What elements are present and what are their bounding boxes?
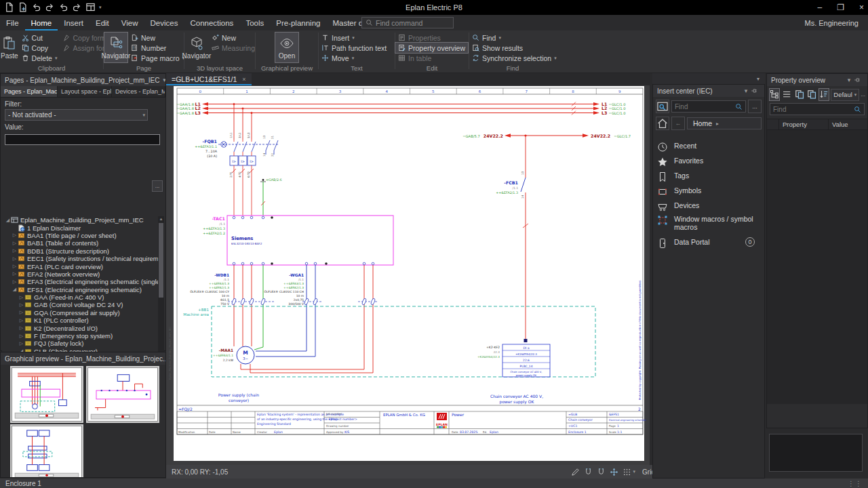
move-button[interactable]: Move▾ xyxy=(319,53,389,63)
document-tab[interactable]: =GLB+UC1&EFS1/1 × xyxy=(166,73,252,85)
tree-item[interactable]: ▷BAB1 (Table of contents) xyxy=(2,239,159,247)
tree-item[interactable]: ▷K2 (Decentralized I/O) xyxy=(2,324,159,331)
properties-button[interactable]: Properties xyxy=(395,33,468,43)
back-button[interactable]: ← xyxy=(671,117,685,130)
text-insert-button[interactable]: Insert▾ xyxy=(319,33,389,43)
expand-icon[interactable]: ▷ xyxy=(18,302,24,308)
copy-properties-icon[interactable] xyxy=(794,88,805,101)
property-grid-body[interactable] xyxy=(767,130,867,404)
tree-item[interactable]: ▷EFA2 (Network overview) xyxy=(2,270,159,278)
resize-grip-icon[interactable]: ⋮⋮ xyxy=(848,480,863,487)
undo-icon[interactable] xyxy=(31,2,41,12)
filter-more-button[interactable]: ... xyxy=(152,180,163,192)
tab-layout-space[interactable]: Layout space - Epl... xyxy=(58,86,112,97)
paste-properties-icon[interactable] xyxy=(806,88,817,101)
menu-tab-file[interactable]: File xyxy=(0,15,25,30)
measuring-button[interactable]: Measuring xyxy=(209,43,258,53)
cut-button[interactable]: Cut xyxy=(19,33,60,43)
tree-item[interactable]: ▷K1 (PLC controller) xyxy=(2,317,159,324)
redo-list-icon[interactable] xyxy=(72,2,82,12)
find-button[interactable]: Find▾ xyxy=(469,33,559,43)
window-layout-icon[interactable] xyxy=(85,2,96,12)
collapse-icon[interactable]: ◢ xyxy=(12,287,18,292)
preview-thumbnail-3[interactable] xyxy=(12,426,82,478)
synchronize-selection-button[interactable]: Synchronize selection▾ xyxy=(469,53,559,63)
insert-item-symbols[interactable]: Symbols xyxy=(657,186,762,197)
grid-icon[interactable] xyxy=(623,468,631,476)
page-macro-button[interactable]: Page macro▾ xyxy=(128,53,187,63)
find-command-box[interactable]: Find command xyxy=(361,17,454,28)
expand-icon[interactable]: ▷ xyxy=(12,248,18,253)
open-preview-button[interactable]: Open xyxy=(275,32,299,63)
schematic-canvas[interactable]: 0123456789 =GAA/1.8 L1L1 =GLC/1.0=GAA/1.… xyxy=(166,85,650,465)
tab-devices[interactable]: Devices - Eplan_M... xyxy=(112,86,165,97)
insert-center-menu-icon[interactable]: ▾ xyxy=(741,87,751,94)
value-column-header[interactable]: Value xyxy=(828,119,867,129)
expand-icon[interactable]: ▷ xyxy=(18,325,24,331)
preset-dropdown[interactable]: Defaul▾ xyxy=(831,89,859,101)
tree-item[interactable]: ▷GQA (Compressed air supply) xyxy=(2,309,159,317)
property-find-input[interactable] xyxy=(773,106,851,113)
insert-item-devices[interactable]: Devices xyxy=(657,201,762,212)
expand-icon[interactable]: ▷ xyxy=(12,271,18,277)
3d-navigator-button[interactable]: Navigator xyxy=(184,32,209,63)
sort-icon[interactable] xyxy=(818,88,829,101)
tree-item[interactable]: ▷F (Emergency stop system) xyxy=(2,332,159,340)
tree-item[interactable]: ▷EEC1 (Safety instructions / technical r… xyxy=(2,255,159,262)
tree-item[interactable]: 1 Eplan Disclaimer xyxy=(2,224,159,231)
object-snap-icon[interactable] xyxy=(597,468,606,476)
insert-item-recent[interactable]: Recent xyxy=(657,142,762,152)
grid-dropdown-icon[interactable]: ▾ xyxy=(633,469,636,474)
insert-center-more-button[interactable]: ... xyxy=(748,100,762,113)
expand-icon[interactable]: ▷ xyxy=(12,241,18,246)
menu-tab-view[interactable]: View xyxy=(115,15,144,30)
preview-thumbnail-2[interactable] xyxy=(87,367,158,422)
tree-item[interactable]: ▷BDB1 (Structure description) xyxy=(2,247,159,255)
insert-item-favorites[interactable]: Favorites xyxy=(657,157,762,167)
show-results-button[interactable]: Show results xyxy=(469,43,559,53)
property-overview-button[interactable]: Property overview xyxy=(395,43,468,53)
menu-tab-pre-planning[interactable]: Pre-planning xyxy=(270,15,326,30)
quick-access-more-icon[interactable]: ▾ xyxy=(99,5,102,10)
insert-item-tags[interactable]: Tags xyxy=(657,171,762,182)
expand-icon[interactable]: ▷ xyxy=(18,318,24,323)
redo-icon[interactable] xyxy=(45,2,55,12)
3d-new-button[interactable]: New xyxy=(209,33,258,43)
breadcrumb[interactable]: Home▸ xyxy=(687,117,762,129)
menu-tab-home[interactable]: Home xyxy=(25,15,58,30)
insert-center-find-input[interactable] xyxy=(675,103,732,110)
collapse-icon[interactable]: ◢ xyxy=(5,218,11,223)
list-view-icon[interactable] xyxy=(781,88,792,101)
page-new-button[interactable]: New xyxy=(128,33,187,43)
coordinates-icon[interactable] xyxy=(610,468,618,476)
page-number-button[interactable]: Number xyxy=(128,43,187,53)
insert-center-collapse-bar[interactable]: ▾ xyxy=(652,73,765,84)
property-find[interactable] xyxy=(770,103,865,115)
menu-tab-edit[interactable]: Edit xyxy=(90,15,115,30)
expand-icon[interactable]: ▷ xyxy=(12,264,18,269)
copy-button[interactable]: Copy xyxy=(19,43,60,53)
tree-item[interactable]: ▷BAA1 (Title page / cover sheet) xyxy=(2,232,159,239)
property-column-header[interactable]: Property xyxy=(779,121,828,128)
expand-icon[interactable]: ▷ xyxy=(18,295,24,300)
paste-button[interactable]: Paste xyxy=(0,32,19,63)
preset-more-button[interactable]: ... xyxy=(861,92,865,98)
in-table-button[interactable]: In table xyxy=(395,53,468,63)
expand-icon[interactable]: ▷ xyxy=(18,310,24,315)
close-button[interactable]: × xyxy=(859,3,864,12)
tree-item[interactable]: ◢EFS1 (Electrical engineering schematic) xyxy=(2,286,159,293)
property-panel-pin-icon[interactable] xyxy=(854,77,863,83)
value-input[interactable] xyxy=(5,134,160,145)
restore-button[interactable]: ❐ xyxy=(837,3,844,12)
expand-icon[interactable]: ▷ xyxy=(12,256,18,262)
expand-icon[interactable]: ▷ xyxy=(12,232,18,238)
insert-item-data-portal[interactable]: Data Portal xyxy=(657,238,762,249)
tree-item[interactable]: ▷FQJ (Safety lock) xyxy=(2,340,159,347)
tree-item[interactable]: ◢Eplan_Machine_Building_Project_mm_IEC xyxy=(2,216,159,224)
sketch-mode-icon[interactable] xyxy=(571,468,580,476)
menu-tab-insert[interactable]: Insert xyxy=(58,15,90,30)
undo-list-icon[interactable] xyxy=(58,2,68,12)
tree-item[interactable]: ▷GAB (Control voltage DC 24 V) xyxy=(2,301,159,308)
page-navigator-button[interactable]: Navigator xyxy=(104,32,128,63)
new-document-icon[interactable] xyxy=(4,2,14,12)
